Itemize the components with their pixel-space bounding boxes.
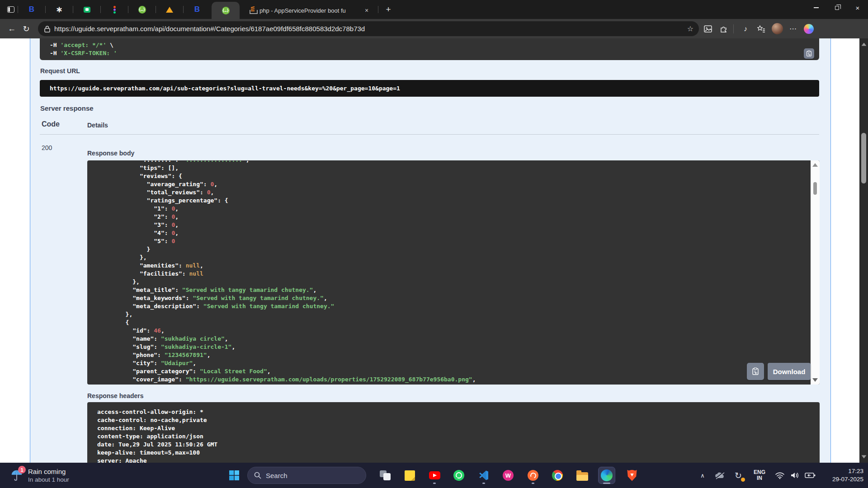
refresh-button[interactable]: ↻ [19,22,33,36]
letter-b-icon: B [27,5,36,14]
lock-icon [44,25,50,33]
response-json: "........": "................", "tips": … [87,160,476,385]
settings-more-icon[interactable]: ⋯ [786,22,800,36]
stackoverflow-icon [250,7,256,14]
pinned-tab-phpmyadmin[interactable] [156,0,183,19]
tray-chevron-button[interactable]: ∧ [696,466,709,485]
scroll-thumb[interactable] [813,182,817,195]
taskbar-search[interactable]: Search [247,467,366,484]
address-bar[interactable]: https://uguide.servepratham.com/api/docu… [38,21,699,36]
vscode-app[interactable] [474,466,493,485]
request-url-block: https://uguide.servepratham.com/api/sub-… [40,80,819,97]
scroll-up-arrow[interactable] [812,163,818,167]
tab-separator [378,6,378,13]
header-divider [40,134,819,135]
back-button[interactable]: ← [5,22,19,36]
copy-response-button[interactable] [747,363,764,380]
tab-title: php - AppServiceProvider boot fu [259,7,363,14]
pinned-tab-swagger[interactable]: {…} [128,0,156,19]
google-chat-icon [84,7,90,13]
onedrive-paused-icon[interactable] [712,466,727,485]
sticky-notes-icon [405,470,415,481]
brave-icon [627,470,637,481]
new-tab-button[interactable]: + [382,3,395,16]
sync-update-icon[interactable]: ↻ [730,466,746,485]
whatsapp-icon [453,470,464,481]
folder-icon [576,472,588,481]
download-button[interactable]: Download [768,363,811,380]
tab-actions-button[interactable] [4,3,18,16]
clipboard-copy-icon [806,50,812,57]
curl-code: -H 'accept: */*' \ -H 'X-CSRF-TOKEN: ' [40,38,819,57]
image-tool-icon[interactable] [701,22,715,36]
favorite-star-icon[interactable]: ☆ [687,24,693,33]
figma-icon [110,5,119,14]
wamp-app[interactable]: W [499,466,518,485]
wifi-icon[interactable] [772,466,788,485]
file-explorer-app[interactable] [573,466,592,485]
pinned-tab-openai[interactable]: ∗ [46,0,73,19]
tab-close-icon[interactable]: × [363,6,371,14]
window-controls: × [806,0,868,15]
scroll-down-arrow[interactable] [861,455,866,458]
tab-stackoverflow[interactable]: php - AppServiceProvider boot fu × [244,2,374,19]
lang-line2: IN [754,475,765,481]
vscode-icon [478,470,489,481]
weather-widget[interactable]: 1 Rain coming In about 1 hour [6,465,73,485]
response-body-block: "........": "................", "tips": … [87,160,820,385]
language-indicator[interactable]: ENG IN [750,466,769,485]
swagger-icon: {…} [222,7,230,14]
chrome-app[interactable] [548,466,567,485]
extensions-icon[interactable] [717,22,731,36]
url-text[interactable]: https://uguide.servepratham.com/api/docu… [54,25,687,33]
response-body-label: Response body [87,150,134,157]
brave-app[interactable] [623,466,642,485]
clock-widget[interactable]: 17:23 29-07-2025 [832,467,863,483]
sticky-notes-app[interactable] [400,466,419,485]
notification-badge: 1 [18,466,26,474]
code-column-header: Code [42,120,60,128]
media-controls-icon[interactable]: ♪ [739,22,752,36]
screen: B ∗ {…} B {…} [0,0,868,488]
task-view-button[interactable] [376,466,395,485]
battery-icon[interactable] [802,466,818,485]
swagger-icon: {…} [138,6,146,14]
search-icon [254,472,261,479]
response-scrollbar[interactable] [811,160,820,385]
profile-avatar[interactable] [770,22,784,36]
letter-b-icon: B [193,5,202,14]
browser-toolbar: ← ↻ https://uguide.servepratham.com/api/… [0,19,868,38]
pinned-tab-google-chat[interactable] [73,0,100,19]
scroll-down-arrow[interactable] [812,378,818,382]
scroll-up-arrow[interactable] [861,42,866,46]
edge-app-active[interactable] [597,466,616,485]
page-scrollbar[interactable] [859,38,868,463]
wamp-icon: W [503,470,514,481]
search-placeholder: Search [266,472,288,479]
copy-curl-button[interactable] [804,48,814,59]
chrome-icon [552,470,563,481]
postman-app[interactable] [524,466,542,485]
status-code: 200 [42,144,52,151]
pinned-tab-b[interactable]: B [18,0,45,19]
close-button[interactable]: × [847,0,868,15]
active-tab-swagger[interactable]: {…} [212,2,240,19]
youtube-app[interactable] [425,466,444,485]
minimize-button[interactable] [806,0,826,15]
page-scroll-thumb[interactable] [861,133,866,183]
weather-subtext: In about 1 hour [28,476,69,483]
pinned-tab-figma[interactable] [101,0,128,19]
clock-time: 17:23 [832,467,863,475]
volume-icon[interactable] [788,466,802,485]
browser-tab-strip: B ∗ {…} B {…} [0,0,868,19]
start-button[interactable] [225,466,244,485]
youtube-icon [429,471,440,479]
taskbar: 1 Rain coming In about 1 hour Search [0,463,868,488]
pinned-tab-b2[interactable]: B [184,0,211,19]
weather-headline: Rain coming [28,468,69,476]
clipboard-copy-icon [752,367,759,375]
whatsapp-app[interactable] [449,466,468,485]
collections-icon[interactable] [755,22,768,36]
copilot-icon[interactable] [802,22,816,36]
restore-button[interactable] [826,0,847,15]
